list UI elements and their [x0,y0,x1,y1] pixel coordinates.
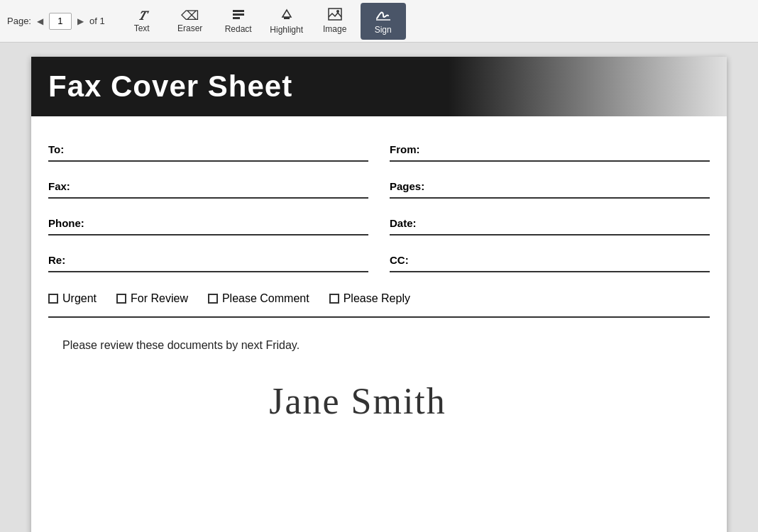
eraser-tool-button[interactable]: ⌫ Eraser [167,3,213,40]
sign-tool-button[interactable]: Sign [361,3,406,40]
highlight-tool-button[interactable]: Highlight [264,3,309,40]
body-text: Please review these documents by next Fr… [62,339,710,352]
image-icon [328,8,342,23]
svg-rect-0 [233,10,244,12]
page-of-label: of 1 [89,16,105,26]
signature: Jane Smith [269,381,446,421]
pages-field: Pages: [390,174,710,199]
phone-field: Phone: [48,211,368,235]
fax-header-banner: Fax Cover Sheet [31,57,727,116]
document: Fax Cover Sheet To: From: Fax: Pages: [31,57,727,532]
phone-label: Phone: [48,217,84,229]
sign-tool-label: Sign [375,25,392,35]
page-navigation: Page: ◀ ▶ of 1 [7,13,105,30]
page-label: Page: [7,16,31,26]
toolbar: Page: ◀ ▶ of 1 𝑇 Text ⌫ Eraser Redact [0,0,758,43]
eraser-tool-label: Eraser [177,23,202,33]
to-from-row: To: From: [48,138,710,174]
svg-rect-2 [233,17,240,19]
urgent-checkbox[interactable] [48,294,58,304]
image-tool-label: Image [323,24,346,34]
cc-label: CC: [390,254,409,266]
fax-label: Fax: [48,180,70,192]
please-reply-checkbox-item[interactable]: Please Reply [329,292,410,305]
re-label: Re: [48,254,65,266]
date-field: Date: [390,211,710,235]
fax-cover-title: Fax Cover Sheet [48,70,710,104]
sign-icon [375,7,391,23]
from-field: From: [390,138,710,162]
from-label: From: [390,143,420,155]
text-tool-button[interactable]: 𝑇 Text [119,3,165,40]
redact-tool-label: Redact [225,24,252,34]
please-comment-label: Please Comment [222,292,309,305]
re-field: Re: [48,248,368,272]
urgent-checkbox-item[interactable]: Urgent [48,292,97,305]
urgent-label: Urgent [62,292,97,305]
for-review-label: For Review [131,292,188,305]
page-input[interactable] [49,13,72,30]
checkboxes-row: Urgent For Review Please Comment Please … [48,292,710,305]
for-review-checkbox-item[interactable]: For Review [116,292,188,305]
please-comment-checkbox-item[interactable]: Please Comment [208,292,309,305]
re-cc-row: Re: CC: [48,248,710,285]
signature-area: Jane Smith [48,380,710,422]
pages-label: Pages: [390,180,424,192]
redact-tool-button[interactable]: Redact [216,3,261,40]
image-tool-button[interactable]: Image [312,3,358,40]
prev-page-button[interactable]: ◀ [34,15,46,28]
to-field: To: [48,138,368,162]
fax-field: Fax: [48,174,368,199]
main-area: Fax Cover Sheet To: From: Fax: Pages: [0,43,758,532]
cc-field: CC: [390,248,710,272]
eraser-icon: ⌫ [181,9,199,22]
please-reply-checkbox[interactable] [329,294,339,304]
separator-line [48,316,710,318]
highlight-icon [280,7,294,23]
please-reply-label: Please Reply [344,292,410,305]
next-page-button[interactable]: ▶ [75,15,87,28]
text-icon: 𝑇 [138,9,145,22]
svg-point-5 [336,10,339,13]
phone-date-row: Phone: Date: [48,211,710,248]
text-tool-label: Text [134,23,150,33]
for-review-checkbox[interactable] [116,294,126,304]
svg-rect-1 [233,13,244,16]
highlight-tool-label: Highlight [270,25,303,35]
please-comment-checkbox[interactable] [208,294,218,304]
form-content: To: From: Fax: Pages: Phone: [31,138,727,422]
to-label: To: [48,143,64,155]
svg-rect-3 [284,17,290,19]
fax-pages-row: Fax: Pages: [48,174,710,211]
date-label: Date: [390,217,417,229]
redact-icon [231,8,246,23]
